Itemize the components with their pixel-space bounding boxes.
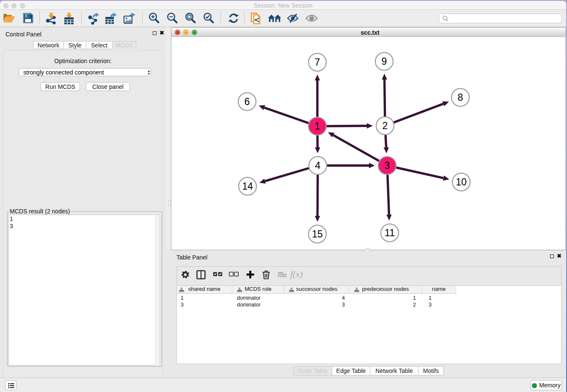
svg-text:11: 11: [385, 227, 395, 238]
svg-text:8: 8: [458, 92, 463, 103]
svg-text:9: 9: [382, 56, 387, 67]
svg-text:2: 2: [383, 120, 388, 131]
svg-text:10: 10: [456, 177, 467, 188]
svg-text:1: 1: [315, 121, 320, 132]
svg-text:7: 7: [315, 57, 320, 68]
svg-text:6: 6: [245, 96, 250, 107]
svg-text:4: 4: [315, 160, 321, 171]
svg-text:14: 14: [242, 181, 253, 192]
svg-text:3: 3: [385, 160, 390, 171]
svg-text:15: 15: [312, 229, 323, 240]
